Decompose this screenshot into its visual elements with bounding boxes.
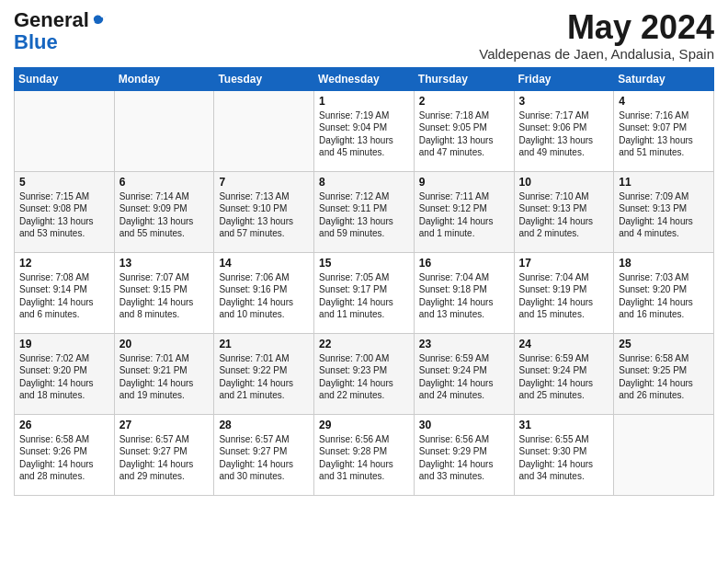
- cell-day-number: 2: [419, 95, 509, 108]
- cell-day-number: 16: [419, 257, 509, 270]
- cell-day-number: 24: [519, 338, 609, 350]
- calendar-cell: 14Sunrise: 7:06 AM Sunset: 9:16 PM Dayli…: [214, 252, 314, 333]
- weekday-header: Saturday: [614, 67, 714, 90]
- cell-day-number: 17: [519, 257, 609, 270]
- cell-info-text: Sunrise: 7:09 AM Sunset: 9:13 PM Dayligh…: [619, 190, 709, 240]
- calendar-cell: 16Sunrise: 7:04 AM Sunset: 9:18 PM Dayli…: [414, 252, 514, 333]
- calendar-cell: 31Sunrise: 6:55 AM Sunset: 9:30 PM Dayli…: [514, 414, 614, 495]
- calendar-cell: [114, 90, 214, 171]
- calendar-table: SundayMondayTuesdayWednesdayThursdayFrid…: [14, 67, 714, 496]
- cell-info-text: Sunrise: 7:00 AM Sunset: 9:23 PM Dayligh…: [319, 352, 409, 402]
- cell-day-number: 9: [419, 176, 509, 189]
- cell-info-text: Sunrise: 7:14 AM Sunset: 9:09 PM Dayligh…: [119, 190, 210, 240]
- calendar-cell: 13Sunrise: 7:07 AM Sunset: 9:15 PM Dayli…: [114, 252, 214, 333]
- logo-blue-text: Blue: [14, 30, 58, 53]
- weekday-header: Thursday: [414, 67, 514, 90]
- cell-info-text: Sunrise: 6:58 AM Sunset: 9:26 PM Dayligh…: [19, 433, 109, 483]
- calendar-cell: 17Sunrise: 7:04 AM Sunset: 9:19 PM Dayli…: [514, 252, 614, 333]
- cell-info-text: Sunrise: 7:03 AM Sunset: 9:20 PM Dayligh…: [619, 271, 709, 321]
- calendar-cell: 29Sunrise: 6:56 AM Sunset: 9:28 PM Dayli…: [314, 414, 415, 495]
- weekday-header: Monday: [114, 67, 214, 90]
- weekday-header: Friday: [514, 67, 614, 90]
- cell-day-number: 10: [519, 176, 609, 189]
- cell-day-number: 13: [119, 257, 210, 270]
- cell-info-text: Sunrise: 7:06 AM Sunset: 9:16 PM Dayligh…: [219, 271, 309, 321]
- logo-bird-icon: [91, 12, 108, 29]
- cell-day-number: 6: [119, 176, 210, 189]
- cell-day-number: 5: [19, 176, 109, 189]
- cell-day-number: 30: [419, 419, 509, 431]
- calendar-cell: 21Sunrise: 7:01 AM Sunset: 9:22 PM Dayli…: [214, 333, 314, 414]
- logo: General Blue: [14, 9, 108, 53]
- calendar-cell: 22Sunrise: 7:00 AM Sunset: 9:23 PM Dayli…: [314, 333, 415, 414]
- cell-info-text: Sunrise: 7:01 AM Sunset: 9:22 PM Dayligh…: [219, 352, 309, 402]
- cell-info-text: Sunrise: 7:18 AM Sunset: 9:05 PM Dayligh…: [419, 109, 509, 159]
- calendar-row: 26Sunrise: 6:58 AM Sunset: 9:26 PM Dayli…: [15, 414, 714, 495]
- cell-info-text: Sunrise: 7:17 AM Sunset: 9:06 PM Dayligh…: [519, 109, 609, 159]
- cell-info-text: Sunrise: 7:10 AM Sunset: 9:13 PM Dayligh…: [519, 190, 609, 240]
- calendar-cell: 26Sunrise: 6:58 AM Sunset: 9:26 PM Dayli…: [15, 414, 115, 495]
- cell-day-number: 19: [19, 338, 109, 350]
- calendar-cell: 2Sunrise: 7:18 AM Sunset: 9:05 PM Daylig…: [414, 90, 514, 171]
- calendar-cell: 20Sunrise: 7:01 AM Sunset: 9:21 PM Dayli…: [114, 333, 214, 414]
- calendar-cell: 27Sunrise: 6:57 AM Sunset: 9:27 PM Dayli…: [114, 414, 214, 495]
- calendar-cell: 12Sunrise: 7:08 AM Sunset: 9:14 PM Dayli…: [15, 252, 115, 333]
- cell-day-number: 7: [219, 176, 309, 189]
- calendar-cell: 10Sunrise: 7:10 AM Sunset: 9:13 PM Dayli…: [514, 171, 614, 252]
- cell-day-number: 3: [519, 95, 609, 108]
- calendar-cell: 19Sunrise: 7:02 AM Sunset: 9:20 PM Dayli…: [15, 333, 115, 414]
- header: General Blue May 2024 Valdepenas de Jaen…: [14, 9, 714, 62]
- calendar-cell: 9Sunrise: 7:11 AM Sunset: 9:12 PM Daylig…: [414, 171, 514, 252]
- calendar-cell: 8Sunrise: 7:12 AM Sunset: 9:11 PM Daylig…: [314, 171, 415, 252]
- calendar-row: 19Sunrise: 7:02 AM Sunset: 9:20 PM Dayli…: [15, 333, 714, 414]
- cell-day-number: 14: [219, 257, 309, 270]
- cell-day-number: 22: [319, 338, 409, 350]
- weekday-header: Tuesday: [214, 67, 314, 90]
- cell-info-text: Sunrise: 7:07 AM Sunset: 9:15 PM Dayligh…: [119, 271, 210, 321]
- calendar-cell: [614, 414, 714, 495]
- cell-info-text: Sunrise: 7:15 AM Sunset: 9:08 PM Dayligh…: [19, 190, 109, 240]
- calendar-cell: 1Sunrise: 7:19 AM Sunset: 9:04 PM Daylig…: [314, 90, 415, 171]
- cell-day-number: 12: [19, 257, 109, 270]
- cell-info-text: Sunrise: 7:11 AM Sunset: 9:12 PM Dayligh…: [419, 190, 509, 240]
- cell-day-number: 21: [219, 338, 309, 350]
- weekday-header: Wednesday: [314, 67, 415, 90]
- cell-day-number: 18: [619, 257, 709, 270]
- cell-info-text: Sunrise: 7:02 AM Sunset: 9:20 PM Dayligh…: [19, 352, 109, 402]
- cell-info-text: Sunrise: 6:57 AM Sunset: 9:27 PM Dayligh…: [219, 433, 309, 483]
- month-title: May 2024: [479, 9, 714, 46]
- page: General Blue May 2024 Valdepenas de Jaen…: [0, 0, 728, 510]
- calendar-row: 12Sunrise: 7:08 AM Sunset: 9:14 PM Dayli…: [15, 252, 714, 333]
- cell-day-number: 1: [319, 95, 409, 108]
- cell-info-text: Sunrise: 6:55 AM Sunset: 9:30 PM Dayligh…: [519, 433, 609, 483]
- cell-info-text: Sunrise: 6:59 AM Sunset: 9:24 PM Dayligh…: [519, 352, 609, 402]
- cell-day-number: 25: [619, 338, 709, 350]
- calendar-cell: 30Sunrise: 6:56 AM Sunset: 9:29 PM Dayli…: [414, 414, 514, 495]
- cell-info-text: Sunrise: 7:19 AM Sunset: 9:04 PM Dayligh…: [319, 109, 409, 159]
- calendar-cell: 18Sunrise: 7:03 AM Sunset: 9:20 PM Dayli…: [614, 252, 714, 333]
- cell-day-number: 20: [119, 338, 210, 350]
- calendar-cell: 3Sunrise: 7:17 AM Sunset: 9:06 PM Daylig…: [514, 90, 614, 171]
- calendar-cell: 25Sunrise: 6:58 AM Sunset: 9:25 PM Dayli…: [614, 333, 714, 414]
- calendar-cell: 24Sunrise: 6:59 AM Sunset: 9:24 PM Dayli…: [514, 333, 614, 414]
- calendar-cell: 15Sunrise: 7:05 AM Sunset: 9:17 PM Dayli…: [314, 252, 415, 333]
- cell-info-text: Sunrise: 7:13 AM Sunset: 9:10 PM Dayligh…: [219, 190, 309, 240]
- cell-info-text: Sunrise: 7:01 AM Sunset: 9:21 PM Dayligh…: [119, 352, 210, 402]
- cell-info-text: Sunrise: 6:56 AM Sunset: 9:28 PM Dayligh…: [319, 433, 409, 483]
- calendar-cell: 6Sunrise: 7:14 AM Sunset: 9:09 PM Daylig…: [114, 171, 214, 252]
- cell-info-text: Sunrise: 7:04 AM Sunset: 9:18 PM Dayligh…: [419, 271, 509, 321]
- calendar-cell: [15, 90, 115, 171]
- cell-day-number: 4: [619, 95, 709, 108]
- cell-info-text: Sunrise: 7:12 AM Sunset: 9:11 PM Dayligh…: [319, 190, 409, 240]
- location-subtitle: Valdepenas de Jaen, Andalusia, Spain: [479, 46, 714, 62]
- cell-day-number: 15: [319, 257, 409, 270]
- cell-day-number: 8: [319, 176, 409, 189]
- calendar-cell: 28Sunrise: 6:57 AM Sunset: 9:27 PM Dayli…: [214, 414, 314, 495]
- weekday-header: Sunday: [15, 67, 115, 90]
- cell-day-number: 31: [519, 419, 609, 431]
- cell-info-text: Sunrise: 6:59 AM Sunset: 9:24 PM Dayligh…: [419, 352, 509, 402]
- cell-info-text: Sunrise: 7:16 AM Sunset: 9:07 PM Dayligh…: [619, 109, 709, 159]
- cell-day-number: 29: [319, 419, 409, 431]
- cell-day-number: 28: [219, 419, 309, 431]
- cell-info-text: Sunrise: 6:58 AM Sunset: 9:25 PM Dayligh…: [619, 352, 709, 402]
